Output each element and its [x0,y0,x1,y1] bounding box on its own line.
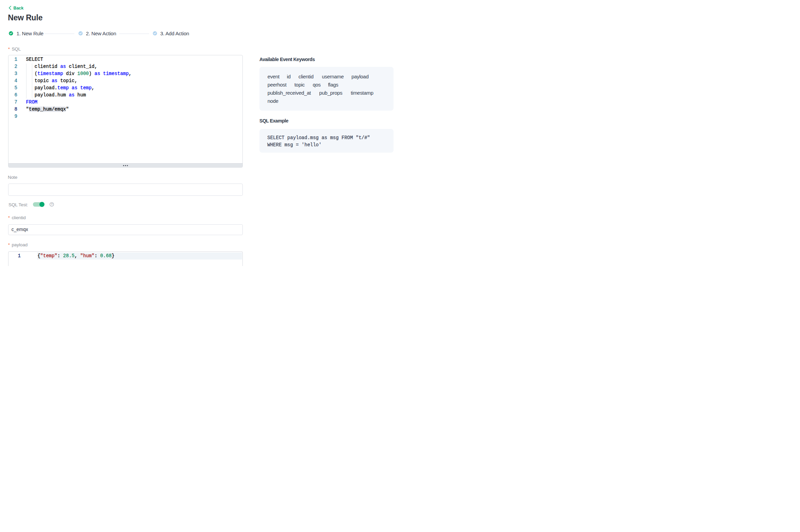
svg-text:?: ? [51,203,53,206]
